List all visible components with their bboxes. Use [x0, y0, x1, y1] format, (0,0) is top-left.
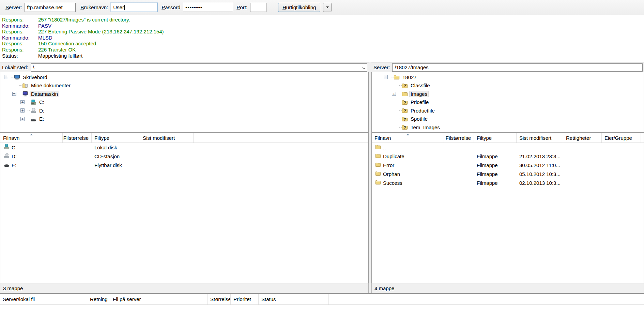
- file-name-label: Duplicate: [383, 153, 404, 159]
- remote-path-label: Server:: [373, 64, 390, 70]
- file-size-cell: [63, 143, 92, 152]
- file-owner-cell: [602, 152, 641, 161]
- column-header[interactable]: Filtype: [474, 133, 517, 143]
- column-header[interactable]: Prioritet: [231, 294, 259, 304]
- tree-row[interactable]: ?Pricefile: [372, 98, 644, 107]
- column-header[interactable]: Retning: [87, 294, 110, 304]
- tree-expander-slot: −: [382, 75, 391, 79]
- tree-connector: [28, 102, 30, 102]
- collapse-minus-icon[interactable]: −: [384, 75, 388, 79]
- file-row[interactable]: DuplicateFilmappe21.02.2013 23:3...: [372, 152, 644, 161]
- collapse-minus-icon[interactable]: −: [12, 92, 16, 96]
- expand-plus-icon[interactable]: +: [20, 117, 25, 121]
- list-header-row: FilnavnFilstørrelseFiltypeSist modifiser…: [372, 133, 644, 143]
- folder-icon: [394, 74, 400, 80]
- file-size-cell: [444, 178, 474, 187]
- tree-row[interactable]: +D:: [0, 106, 368, 115]
- file-filler-cell: [641, 143, 644, 152]
- desktop-icon: [14, 74, 21, 80]
- tree-row[interactable]: +E:: [0, 115, 368, 123]
- column-header[interactable]: Filnavn: [0, 133, 63, 143]
- list-header-row: FilnavnFilstørrelseFiltypeSist modifiser…: [0, 133, 368, 143]
- panel-splitter[interactable]: [369, 62, 371, 293]
- tree-row[interactable]: ?Spotfile: [372, 115, 644, 123]
- tree-row[interactable]: +C:: [0, 98, 368, 107]
- expand-plus-icon[interactable]: +: [20, 100, 25, 104]
- column-header[interactable]: Eier/Gruppe: [602, 133, 641, 143]
- file-row[interactable]: E:Flyttbar disk: [0, 161, 368, 169]
- file-modified-cell: [517, 143, 563, 152]
- log-line: Respons:227 Entering Passive Mode (213,1…: [2, 29, 644, 35]
- quickconnect-button[interactable]: Hurtigtilkobling: [278, 3, 320, 12]
- svg-text:?: ?: [403, 100, 406, 105]
- file-modified-cell: 30.05.2012 11:0...: [517, 161, 563, 169]
- combobox-arrow-icon[interactable]: [362, 66, 365, 69]
- tree-connector: [399, 85, 402, 86]
- filezilla-window: Server: ftp.rambase.net Brukernavn: User…: [0, 0, 644, 312]
- tree-node-label: 18027: [401, 74, 418, 80]
- tree-row[interactable]: ?Productfile: [372, 106, 644, 115]
- column-header[interactable]: Filtype: [92, 133, 140, 143]
- file-row[interactable]: ErrorFilmappe30.05.2012 11:0...: [372, 161, 644, 169]
- file-row[interactable]: ..: [372, 143, 644, 152]
- tree-row[interactable]: −18027: [372, 73, 644, 81]
- file-size-cell: [444, 152, 474, 161]
- file-row[interactable]: OrphanFilmappe05.10.2012 10:3...: [372, 169, 644, 178]
- file-name-cell: C:: [0, 143, 63, 152]
- column-header[interactable]: Sist modifisert: [140, 133, 194, 143]
- tree-node-label: C:: [38, 99, 46, 105]
- log-line-label: Status:: [2, 53, 38, 59]
- file-filler-cell: [641, 178, 644, 187]
- column-header[interactable]: Størrelse: [208, 294, 231, 304]
- remote-path-bar: Server: /18027/Images: [371, 62, 644, 72]
- remote-path-field[interactable]: /18027/Images: [392, 63, 643, 72]
- tree-row[interactable]: ?Tem_Images: [372, 123, 644, 132]
- tree-row[interactable]: +Images: [372, 90, 644, 98]
- file-row[interactable]: C:Lokal disk: [0, 143, 368, 152]
- tree-row[interactable]: −Skrivebord: [0, 73, 368, 81]
- folder-icon: [375, 170, 383, 177]
- folder-question-icon: ?: [402, 124, 409, 130]
- file-size-cell: [63, 152, 92, 161]
- password-field[interactable]: ••••••••: [183, 3, 233, 12]
- column-header[interactable]: Status: [259, 294, 329, 304]
- tree-connector: [19, 94, 22, 94]
- tree-node-label: E:: [38, 116, 45, 122]
- folder-question-icon: ?: [402, 99, 409, 105]
- message-log: Respons:257 "/18027/Images" is current d…: [0, 15, 644, 62]
- remote-path-value: /18027/Images: [395, 64, 428, 70]
- file-row[interactable]: D:CD-stasjon: [0, 152, 368, 161]
- documents-folder-icon: [22, 83, 29, 89]
- column-header[interactable]: Filstørrelse: [63, 133, 92, 143]
- file-perms-cell: [563, 161, 602, 169]
- column-header[interactable]: Filnavn: [372, 133, 444, 143]
- folder-icon: [375, 162, 383, 168]
- quickconnect-dropdown-button[interactable]: [323, 3, 332, 12]
- column-header[interactable]: Server/lokal fil: [0, 294, 87, 304]
- server-field[interactable]: ftp.rambase.net: [25, 3, 76, 12]
- log-line-text: 226 Transfer OK: [38, 47, 76, 53]
- tree-row[interactable]: ?Classfile: [372, 81, 644, 90]
- collapse-minus-icon[interactable]: −: [4, 75, 8, 79]
- column-header[interactable]: Filstørrelse: [444, 133, 474, 143]
- file-perms-cell: [563, 169, 602, 178]
- column-header[interactable]: Sist modifisert: [517, 133, 563, 143]
- tree-node-label: Productfile: [409, 107, 436, 114]
- text-caret: [124, 5, 125, 10]
- expand-plus-icon[interactable]: +: [20, 108, 25, 113]
- password-label: Passord: [162, 4, 180, 10]
- tree-row[interactable]: Mine dokumenter: [0, 81, 368, 90]
- column-header[interactable]: Rettigheter: [563, 133, 602, 143]
- username-field[interactable]: User: [111, 3, 157, 12]
- column-header[interactable]: Fil på server: [110, 294, 208, 304]
- folder-icon: [375, 179, 383, 186]
- tree-row[interactable]: −Datamaskin: [0, 90, 368, 98]
- port-field[interactable]: [250, 3, 266, 12]
- expand-plus-icon[interactable]: +: [392, 92, 396, 96]
- log-line: Respons:226 Transfer OK: [2, 47, 644, 53]
- log-line-text: MLSD: [38, 35, 52, 41]
- log-line: Status:Mappelisting fullført: [2, 53, 644, 59]
- tree-node-label: Tem_Images: [409, 124, 441, 131]
- file-row[interactable]: SuccessFilmappe02.10.2013 10:3...: [372, 178, 644, 187]
- local-path-combobox[interactable]: \: [31, 63, 367, 72]
